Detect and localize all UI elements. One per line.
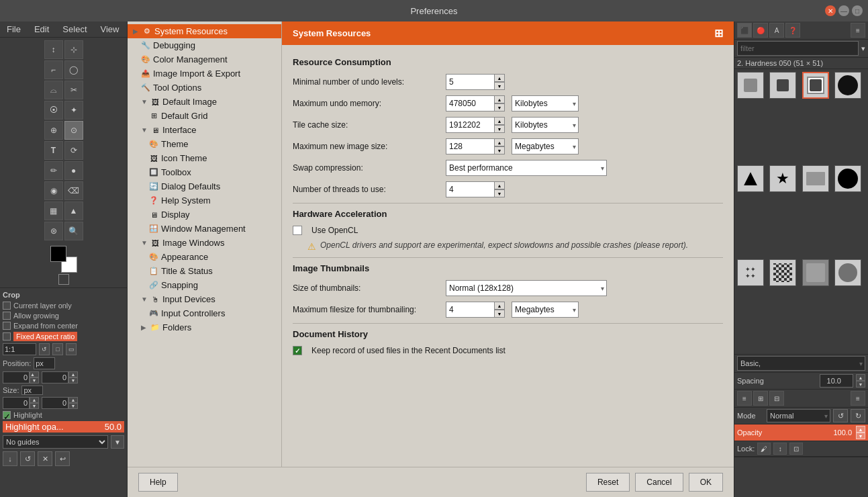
- brush-item-9[interactable]: ✦✦✦✦: [737, 259, 764, 286]
- menu-select[interactable]: Select: [58, 23, 91, 36]
- lock-position-btn[interactable]: ↕: [773, 443, 787, 455]
- sidebar-item-display[interactable]: 🖥 Display: [128, 208, 281, 222]
- max-image-size-field[interactable]: [446, 138, 494, 154]
- tool-options-delete[interactable]: ✕: [38, 451, 52, 466]
- brush-item-7[interactable]: [802, 165, 829, 192]
- guides-icon-btn[interactable]: ▼: [111, 435, 124, 449]
- max-image-size-down[interactable]: ▼: [494, 146, 505, 154]
- current-layer-only-checkbox[interactable]: [3, 302, 11, 310]
- sidebar-item-input-controllers[interactable]: 🎮 Input Controllers: [128, 306, 281, 320]
- allow-growing-checkbox[interactable]: [3, 312, 11, 320]
- threads-up[interactable]: ▲: [494, 181, 505, 189]
- spacing-down[interactable]: ▼: [856, 381, 865, 388]
- paint-btn[interactable]: ✏: [44, 161, 63, 180]
- fuzzy-select-btn[interactable]: ✂: [64, 81, 83, 99]
- sidebar-item-interface[interactable]: ▼ 🖥 Interface: [128, 123, 281, 137]
- fixed-aspect-label[interactable]: Fixed Aspect ratio: [13, 332, 77, 341]
- layers-btn-1[interactable]: ≡: [737, 391, 752, 406]
- threads-down[interactable]: ▼: [494, 189, 505, 197]
- guides-select[interactable]: No guides Center lines: [3, 435, 108, 449]
- sidebar-item-input-devices[interactable]: ▼ 🖱 Input Devices: [128, 292, 281, 306]
- sidebar-item-tool-options[interactable]: 🔨 Tool Options: [128, 81, 281, 95]
- clone-btn[interactable]: ◉: [44, 181, 63, 200]
- tool-options-restore[interactable]: ↩: [55, 451, 70, 466]
- lock-pixels-btn[interactable]: 🖌: [757, 443, 771, 455]
- spacing-input[interactable]: [820, 374, 853, 388]
- fg-select-btn[interactable]: ⊕: [44, 121, 63, 140]
- reset-button[interactable]: Reset: [586, 473, 630, 492]
- sidebar-item-window-management[interactable]: 🪟 Window Management: [128, 222, 281, 236]
- pos-y-up[interactable]: ▲: [68, 371, 78, 377]
- minimize-button[interactable]: —: [838, 5, 849, 16]
- tile-cache-unit[interactable]: Kilobytes Megabytes: [512, 117, 579, 133]
- sidebar-item-color-management[interactable]: 🎨 Color Management: [128, 52, 281, 66]
- layers-btn-2[interactable]: ⊞: [753, 391, 768, 406]
- brush-type-btn-2[interactable]: 🔴: [753, 23, 768, 38]
- undo-memory-up[interactable]: ▲: [494, 95, 505, 103]
- sidebar-item-system-resources[interactable]: ▶ ⚙ System Resources: [128, 24, 281, 38]
- aspect-reset-btn[interactable]: ↺: [39, 343, 50, 355]
- cancel-button[interactable]: Cancel: [635, 473, 683, 492]
- sidebar-item-image-windows[interactable]: ▼ 🖼 Image Windows: [128, 236, 281, 250]
- rect-select-btn[interactable]: ⌐: [44, 60, 63, 79]
- sidebar-item-dialog-defaults[interactable]: 🔄 Dialog Defaults: [128, 179, 281, 193]
- size-h-field[interactable]: [42, 397, 68, 409]
- size-h-down[interactable]: ▼: [68, 403, 78, 409]
- select-color-btn[interactable]: ⦿: [44, 101, 63, 120]
- bucket-btn[interactable]: ▦: [44, 201, 63, 220]
- max-image-size-up[interactable]: ▲: [494, 138, 505, 146]
- brush-item-1[interactable]: [737, 72, 764, 99]
- brush-item-6[interactable]: ★: [769, 165, 796, 192]
- sidebar-item-theme[interactable]: 🎨 Theme: [128, 137, 281, 151]
- size-unit-select[interactable]: px: [21, 386, 43, 395]
- sidebar-item-debugging[interactable]: 🔧 Debugging: [128, 38, 281, 52]
- menu-file[interactable]: File: [3, 23, 25, 36]
- pos-x-field[interactable]: [3, 371, 30, 383]
- undo-memory-unit[interactable]: Kilobytes Megabytes: [512, 95, 579, 111]
- sidebar-item-title-status[interactable]: 📋 Title & Status: [128, 264, 281, 278]
- brush-type-btn-4[interactable]: ❓: [785, 23, 800, 38]
- opacity-up[interactable]: ▲: [856, 426, 865, 433]
- undo-memory-field[interactable]: [446, 95, 494, 111]
- sidebar-item-default-image[interactable]: ▼ 🖼 Default Image: [128, 95, 281, 109]
- brush-item-5[interactable]: [737, 165, 764, 192]
- opacity-down[interactable]: ▼: [856, 433, 865, 439]
- pencil-btn[interactable]: ⊛: [44, 222, 63, 240]
- max-image-size-unit[interactable]: Kilobytes Megabytes: [512, 138, 579, 154]
- pos-x-down[interactable]: ▼: [30, 377, 39, 383]
- content-header-icon[interactable]: ⊞: [714, 27, 723, 40]
- ok-button[interactable]: OK: [689, 473, 723, 492]
- spacing-up[interactable]: ▲: [856, 374, 865, 381]
- aspect-portrait-btn[interactable]: □: [52, 343, 63, 355]
- max-thumbnail-field[interactable]: [446, 302, 494, 318]
- zoom-btn[interactable]: 🔍: [64, 222, 83, 240]
- max-thumbnail-unit[interactable]: Kilobytes Megabytes: [512, 302, 579, 318]
- tile-cache-field[interactable]: [446, 117, 494, 133]
- tool-options-save[interactable]: ↓: [3, 451, 17, 466]
- sidebar-item-import-export[interactable]: 📤 Image Import & Export: [128, 66, 281, 81]
- close-button[interactable]: ✕: [825, 5, 836, 16]
- help-button[interactable]: Help: [138, 473, 178, 492]
- blend-btn[interactable]: ▲: [64, 201, 83, 220]
- aspect-landscape-btn[interactable]: ▭: [66, 343, 77, 355]
- tile-cache-down[interactable]: ▼: [494, 125, 505, 133]
- menu-view[interactable]: View: [97, 23, 124, 36]
- keep-record-checkbox[interactable]: ✓: [293, 346, 302, 355]
- undo-levels-down[interactable]: ▼: [494, 82, 505, 90]
- free-select-btn[interactable]: ⌓: [44, 81, 63, 99]
- fixed-aspect-checkbox[interactable]: [3, 332, 11, 341]
- pos-x-up[interactable]: ▲: [30, 371, 39, 377]
- size-h-up[interactable]: ▲: [68, 397, 78, 403]
- brush-item-12[interactable]: [834, 259, 861, 286]
- brush-panel-menu[interactable]: ≡: [851, 23, 865, 38]
- quick-mask[interactable]: [58, 274, 69, 285]
- heal-btn[interactable]: ●: [64, 161, 83, 180]
- undo-levels-field[interactable]: [446, 74, 494, 90]
- sidebar-item-default-grid[interactable]: ⊞ Default Grid: [128, 109, 281, 123]
- lock-alpha-btn[interactable]: ⊡: [789, 443, 803, 455]
- crop-tool-btn[interactable]: ⊙: [64, 121, 83, 140]
- pos-unit-select[interactable]: px: [34, 357, 55, 369]
- size-w-up[interactable]: ▲: [30, 397, 39, 403]
- move-tool-btn[interactable]: ↕: [44, 40, 63, 59]
- threads-field[interactable]: [446, 181, 494, 197]
